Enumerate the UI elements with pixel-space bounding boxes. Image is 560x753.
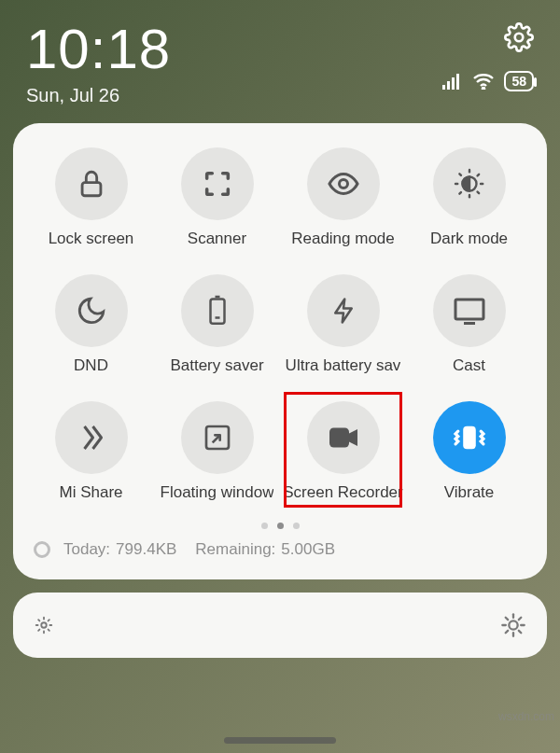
brightness-low-icon xyxy=(34,615,54,635)
svg-line-13 xyxy=(459,174,461,175)
tile-label: Ultra battery sav xyxy=(286,356,401,375)
tile-label: Mi Share xyxy=(59,483,122,502)
svg-line-30 xyxy=(38,620,39,621)
pager-dot xyxy=(261,523,268,529)
svg-rect-23 xyxy=(329,428,349,448)
tile-scanner: Scanner xyxy=(154,147,280,248)
svg-rect-24 xyxy=(463,426,476,449)
battery-indicator: 58 xyxy=(504,71,534,91)
tile-label: Floating window xyxy=(161,483,274,502)
tile-ultra-battery: Ultra battery sav xyxy=(280,274,406,375)
svg-point-5 xyxy=(483,88,484,90)
toggle-lock-screen[interactable] xyxy=(55,147,128,220)
toggle-dnd[interactable] xyxy=(55,274,128,347)
svg-rect-3 xyxy=(452,77,455,90)
wifi-icon xyxy=(472,73,495,90)
toggle-scanner[interactable] xyxy=(181,147,254,220)
tile-screen-recorder: Screen Recorder xyxy=(280,401,406,502)
tile-label: Scanner xyxy=(188,230,246,248)
tile-label: Dark mode xyxy=(430,230,508,248)
remaining-label: Remaining: xyxy=(195,540,275,559)
tile-label: Lock screen xyxy=(49,230,134,248)
svg-line-41 xyxy=(506,631,508,633)
tile-lock-screen: Lock screen xyxy=(28,147,154,248)
clock-time: 10:18 xyxy=(26,17,171,81)
svg-rect-2 xyxy=(447,81,450,90)
today-value: 799.4KB xyxy=(116,540,176,559)
toggle-floating-window[interactable] xyxy=(181,401,254,474)
brightness-slider[interactable] xyxy=(13,593,547,658)
svg-line-14 xyxy=(477,192,479,194)
bolt-icon xyxy=(329,294,357,328)
moon-icon xyxy=(76,295,107,327)
svg-line-39 xyxy=(506,618,508,620)
data-usage-bar[interactable]: Today: 799.4KB Remaining: 5.00GB xyxy=(28,540,532,563)
svg-rect-17 xyxy=(210,300,224,324)
svg-rect-6 xyxy=(82,183,101,196)
toggle-mi-share[interactable] xyxy=(55,401,128,474)
svg-point-7 xyxy=(339,180,347,188)
watermark: wsxdn.com xyxy=(498,710,554,723)
darkmode-icon xyxy=(453,167,486,201)
svg-rect-1 xyxy=(442,85,445,90)
eye-icon xyxy=(327,167,360,201)
toggle-battery-saver[interactable] xyxy=(181,274,254,347)
tile-label: Reading mode xyxy=(291,230,395,248)
tile-label: Vibrate xyxy=(444,483,495,502)
brightness-high-icon xyxy=(500,612,526,638)
scan-icon xyxy=(202,168,233,200)
svg-rect-20 xyxy=(455,300,483,319)
tile-cast: Cast xyxy=(406,274,532,375)
quick-settings-panel: Lock screenScannerReading modeDark modeD… xyxy=(13,123,547,579)
svg-line-16 xyxy=(477,174,479,175)
nav-bar-handle[interactable] xyxy=(224,737,336,744)
tile-label: DND xyxy=(74,356,108,375)
camera-icon xyxy=(327,425,360,451)
toggle-reading-mode[interactable] xyxy=(307,147,380,220)
tile-label: Cast xyxy=(453,356,485,375)
tile-vibrate: Vibrate xyxy=(406,401,532,502)
mishare-icon xyxy=(75,421,108,454)
floatwin-icon xyxy=(203,423,232,453)
svg-point-25 xyxy=(41,622,47,628)
svg-line-32 xyxy=(38,630,39,631)
svg-point-0 xyxy=(515,34,524,42)
tile-floating-window: Floating window xyxy=(154,401,280,502)
pager-dot xyxy=(293,523,300,529)
svg-line-33 xyxy=(49,620,49,621)
svg-line-40 xyxy=(519,631,521,633)
svg-rect-4 xyxy=(456,74,459,90)
lock-icon xyxy=(76,168,107,200)
tile-label: Screen Recorder xyxy=(283,483,403,502)
toggle-cast[interactable] xyxy=(433,274,506,347)
vibrate-icon xyxy=(452,422,487,453)
pager-dot xyxy=(277,523,284,529)
toggle-screen-recorder[interactable] xyxy=(307,401,380,474)
clock-date: Sun, Jul 26 xyxy=(26,85,171,106)
data-usage-icon xyxy=(34,541,50,558)
today-label: Today: xyxy=(63,540,110,559)
batt-icon xyxy=(203,294,231,328)
tile-reading-mode: Reading mode xyxy=(280,147,406,248)
tile-dnd: DND xyxy=(28,274,154,375)
signal-icon xyxy=(442,73,463,90)
tile-battery-saver: Battery saver xyxy=(154,274,280,375)
tile-mi-share: Mi Share xyxy=(28,401,154,502)
remaining-value: 5.00GB xyxy=(281,540,335,559)
toggle-ultra-battery[interactable] xyxy=(307,274,380,347)
settings-icon[interactable] xyxy=(504,22,534,52)
svg-line-31 xyxy=(49,630,49,631)
svg-point-34 xyxy=(509,621,517,629)
svg-line-15 xyxy=(459,192,461,194)
cast-icon xyxy=(453,297,486,325)
tile-dark-mode: Dark mode xyxy=(406,147,532,248)
svg-line-42 xyxy=(519,618,521,620)
toggle-vibrate[interactable] xyxy=(433,401,506,474)
tile-label: Battery saver xyxy=(170,356,263,375)
toggle-dark-mode[interactable] xyxy=(433,147,506,220)
page-indicator xyxy=(28,523,532,529)
